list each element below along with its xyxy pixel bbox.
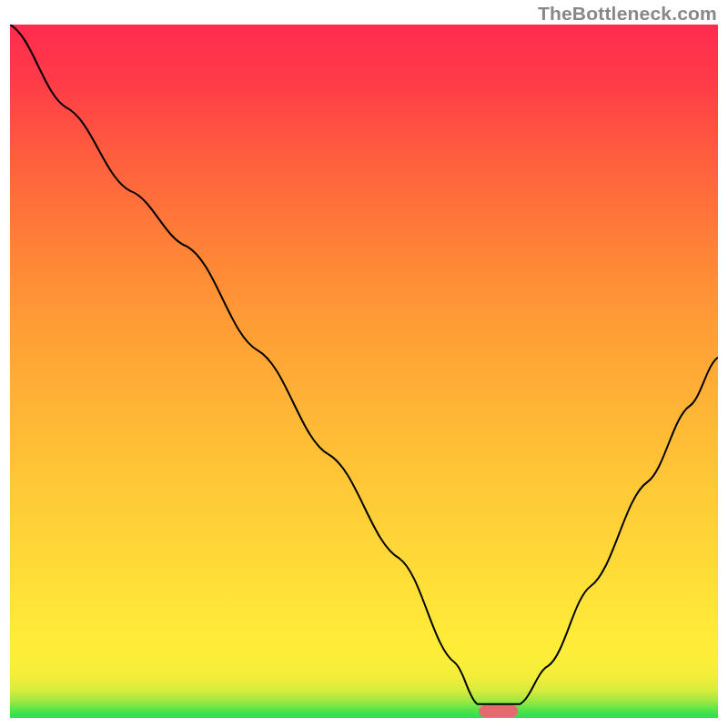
plot-area <box>10 25 718 718</box>
watermark: TheBottleneck.com <box>538 3 717 25</box>
